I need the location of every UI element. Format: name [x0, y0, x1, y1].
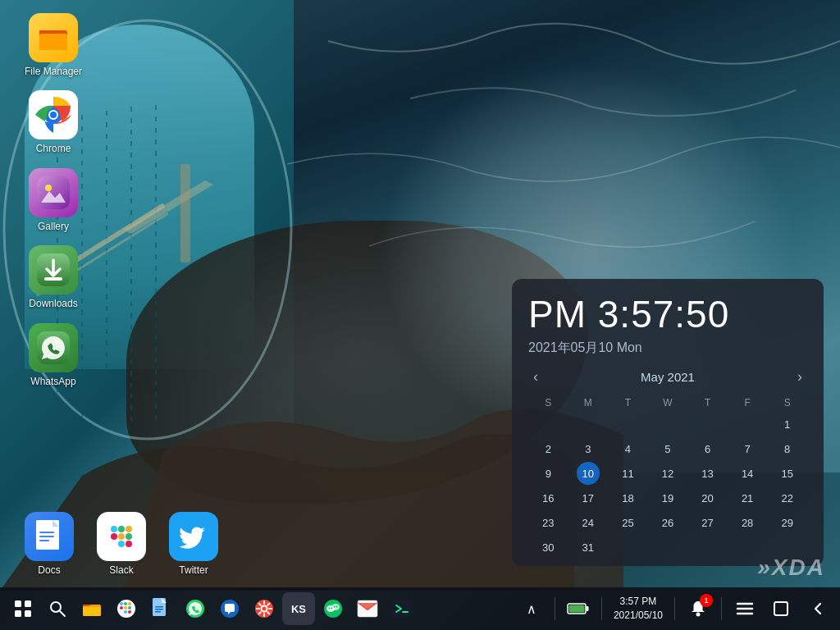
chrome-svg	[33, 94, 74, 135]
cal-day-5[interactable]: 5	[656, 437, 679, 460]
svg-rect-28	[118, 526, 125, 532]
whatsapp-taskbar-button[interactable]	[179, 592, 212, 625]
cal-day-11[interactable]: 11	[616, 462, 639, 485]
cal-day-7[interactable]: 7	[736, 437, 759, 460]
cal-day-1[interactable]: 1	[776, 413, 799, 436]
gallery-icon-item[interactable]: Gallery	[16, 163, 90, 237]
svg-rect-36	[25, 600, 31, 607]
battery-icon	[562, 592, 595, 625]
cal-header-s1: S	[528, 394, 568, 412]
back-button[interactable]	[801, 592, 833, 625]
gmail-taskbar-button[interactable]	[351, 592, 384, 625]
desktop-icons-column: File Manager Chrome	[16, 8, 90, 392]
downloads-icon-item[interactable]: Downloads	[16, 240, 90, 314]
cal-prev-button[interactable]: ‹	[528, 367, 543, 387]
cal-day-10[interactable]: 10	[577, 462, 600, 485]
slack-icon-item[interactable]: Slack	[89, 507, 154, 581]
cal-day-empty	[656, 413, 679, 436]
slack-svg	[105, 520, 138, 553]
svg-point-67	[336, 606, 338, 608]
terminal-taskbar-button[interactable]	[386, 592, 418, 625]
ks-taskbar-button[interactable]: KS	[282, 592, 315, 625]
clock-calendar-widget: PM 3:57:50 2021年05月10 Mon ‹ May 2021 › S…	[512, 279, 824, 566]
svg-rect-47	[128, 602, 131, 605]
docs-taskbar-button[interactable]	[144, 592, 177, 625]
cal-day-22[interactable]: 22	[776, 486, 799, 509]
svg-rect-44	[120, 606, 123, 609]
search-button[interactable]	[41, 592, 74, 625]
xda-watermark: »XDA	[757, 555, 825, 581]
notification-badge: 1	[700, 594, 713, 607]
cal-day-3[interactable]: 3	[577, 437, 600, 460]
cal-day-24[interactable]: 24	[577, 511, 600, 534]
menu-lines-button[interactable]	[728, 592, 761, 625]
cal-day-2[interactable]: 2	[536, 437, 559, 460]
docs-icon-item[interactable]: Docs	[16, 507, 82, 581]
cal-next-button[interactable]: ›	[792, 367, 807, 387]
svg-rect-22	[39, 532, 54, 533]
slack-label: Slack	[109, 564, 133, 576]
svg-rect-46	[124, 602, 127, 605]
gallery-svg	[37, 176, 70, 209]
cal-day-31[interactable]: 31	[577, 536, 600, 559]
whatsapp-icon-item[interactable]: WhatsApp	[16, 318, 90, 392]
cal-day-17[interactable]: 17	[577, 486, 600, 509]
file-manager-icon-item[interactable]: File Manager	[16, 8, 90, 82]
svg-rect-69	[392, 600, 412, 617]
twitter-icon-item[interactable]: Twitter	[161, 507, 226, 581]
files-taskbar-button[interactable]	[75, 592, 108, 625]
cal-day-21[interactable]: 21	[736, 486, 759, 509]
svg-point-15	[45, 185, 52, 191]
messages-taskbar-button[interactable]	[213, 592, 246, 625]
cal-header-t1: T	[608, 394, 648, 412]
calendar-month-year: May 2021	[641, 370, 695, 384]
cal-day-empty	[696, 413, 719, 436]
cal-header-t2: T	[687, 394, 728, 412]
settings-taskbar-button[interactable]	[248, 592, 281, 625]
cal-header-m: M	[568, 394, 609, 412]
window-button[interactable]	[765, 592, 797, 625]
cal-day-25[interactable]: 25	[616, 511, 639, 534]
cal-day-empty	[736, 413, 759, 436]
cal-day-empty	[656, 536, 679, 559]
cal-day-20[interactable]: 20	[696, 486, 719, 509]
cal-day-28[interactable]: 28	[736, 511, 759, 534]
svg-rect-48	[124, 606, 127, 609]
cal-day-9[interactable]: 9	[536, 462, 559, 485]
cal-day-4[interactable]: 4	[616, 437, 639, 460]
cal-day-8[interactable]: 8	[776, 437, 799, 460]
svg-rect-72	[586, 606, 588, 611]
cal-day-12[interactable]: 12	[656, 462, 679, 485]
notification-button[interactable]: 1	[682, 592, 714, 625]
svg-rect-31	[126, 533, 132, 540]
svg-point-39	[51, 602, 61, 612]
cal-day-16[interactable]: 16	[536, 486, 559, 509]
chevron-up-button[interactable]: ∧	[515, 592, 548, 625]
taskbar: KS	[0, 587, 840, 630]
cal-header-w: W	[648, 394, 688, 412]
cal-day-empty	[577, 413, 600, 436]
svg-rect-30	[118, 533, 125, 540]
cal-day-18[interactable]: 18	[616, 486, 639, 509]
chrome-icon-item[interactable]: Chrome	[16, 85, 90, 159]
cal-day-29[interactable]: 29	[776, 511, 799, 534]
svg-point-74	[696, 613, 701, 617]
wechat-taskbar-button[interactable]	[317, 592, 349, 625]
svg-rect-45	[120, 602, 123, 605]
slack-taskbar-button[interactable]	[110, 592, 143, 625]
cal-day-27[interactable]: 27	[696, 511, 719, 534]
cal-day-empty	[536, 413, 559, 436]
cal-day-6[interactable]: 6	[696, 437, 719, 460]
cal-day-30[interactable]: 30	[536, 536, 559, 559]
cal-day-14[interactable]: 14	[736, 462, 759, 485]
svg-rect-50	[124, 610, 127, 614]
back-icon	[809, 600, 825, 617]
taskbar-clock: 3:57 PM 2021/05/10	[609, 595, 668, 623]
cal-day-26[interactable]: 26	[656, 511, 679, 534]
cal-day-15[interactable]: 15	[776, 462, 799, 485]
cal-day-23[interactable]: 23	[536, 511, 559, 534]
whatsapp-svg	[37, 331, 70, 364]
cal-day-13[interactable]: 13	[696, 462, 719, 485]
cal-day-19[interactable]: 19	[656, 486, 679, 509]
multitask-button[interactable]	[7, 592, 39, 625]
